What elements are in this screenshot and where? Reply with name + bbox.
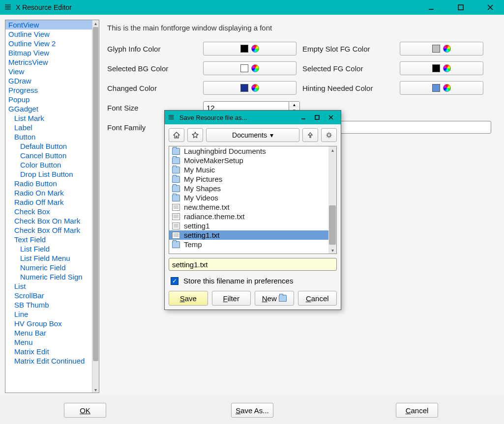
file-item[interactable]: My Pictures xyxy=(169,174,328,184)
sidebar-item[interactable]: Bitmap View xyxy=(5,48,92,57)
sidebar-item[interactable]: Line xyxy=(5,310,92,319)
sidebar-item[interactable]: ScrollBar xyxy=(5,291,92,300)
sidebar-item[interactable]: Outline View xyxy=(5,29,92,39)
sidebar-item[interactable]: Cancel Button xyxy=(5,151,92,160)
sidebar-item[interactable]: List Field xyxy=(5,244,92,254)
color-picker-button[interactable] xyxy=(400,61,483,75)
sidebar-item[interactable]: SB Thumb xyxy=(5,300,92,310)
settings-button[interactable] xyxy=(321,128,337,142)
sidebar-item[interactable]: List xyxy=(5,282,92,291)
sidebar-item[interactable]: Matrix Edit xyxy=(5,347,92,356)
filename-input[interactable] xyxy=(169,258,337,271)
sidebar-item[interactable]: Default Button xyxy=(5,141,92,151)
sidebar-item[interactable]: Radio Button xyxy=(5,179,92,188)
document-icon xyxy=(172,204,180,211)
store-preference-checkbox[interactable]: ✓ xyxy=(171,277,178,285)
folder-icon xyxy=(172,176,180,183)
file-item[interactable]: setting1.txt xyxy=(169,230,328,240)
file-list-scrollbar[interactable]: ▴ ▾ xyxy=(328,146,336,254)
sidebar-item[interactable]: Check Box Off Mark xyxy=(5,226,92,235)
home-button[interactable] xyxy=(169,128,184,142)
star-icon xyxy=(191,131,199,139)
dialog-filter-button[interactable]: Filter xyxy=(212,291,251,306)
sidebar-item[interactable]: Numeric Field xyxy=(5,263,92,272)
file-name: Laughingbird Documents xyxy=(184,147,266,155)
window-title: X Resource Editor xyxy=(16,3,421,11)
color-swatch xyxy=(432,64,440,72)
scroll-down-arrow-icon[interactable]: ▾ xyxy=(328,247,336,254)
file-item[interactable]: setting1 xyxy=(169,221,328,230)
sidebar-item[interactable]: Drop List Button xyxy=(5,170,92,179)
sidebar-item[interactable]: Popup xyxy=(5,95,92,104)
file-item[interactable]: My Music xyxy=(169,165,328,174)
dialog-new-button[interactable]: New xyxy=(255,291,294,306)
sidebar-item[interactable]: Check Box On Mark xyxy=(5,216,92,226)
sidebar-item[interactable]: HV Group Box xyxy=(5,319,92,328)
scroll-up-arrow-icon[interactable]: ▴ xyxy=(328,146,336,153)
dialog-maximize-button[interactable] xyxy=(310,111,324,124)
save-as-button[interactable]: Save As... xyxy=(231,403,273,418)
file-item[interactable]: My Videos xyxy=(169,193,328,202)
file-item[interactable]: MoiveMakerSetup xyxy=(169,156,328,165)
color-picker-button[interactable] xyxy=(203,42,296,56)
scroll-up-arrow-icon[interactable]: ▴ xyxy=(92,20,99,26)
sidebar-scrollbar[interactable]: ▴ ▾ xyxy=(92,20,99,393)
file-item[interactable]: Temp xyxy=(169,240,328,249)
sidebar-item[interactable]: List Field Menu xyxy=(5,254,92,263)
file-item[interactable]: My Shapes xyxy=(169,184,328,193)
folder-icon xyxy=(172,148,180,155)
dialog-cancel-button[interactable]: Cancel xyxy=(298,291,337,306)
close-button[interactable] xyxy=(480,0,500,15)
sidebar-item[interactable]: Menu Bar xyxy=(5,328,92,338)
dialog-minimize-button[interactable] xyxy=(296,111,310,124)
cancel-button[interactable]: Cancel xyxy=(396,403,438,418)
category-tree[interactable]: FontViewOutline ViewOutline View 2Bitmap… xyxy=(5,20,92,393)
folder-icon xyxy=(279,295,287,302)
sidebar-item[interactable]: List Mark xyxy=(5,113,92,123)
sidebar-item[interactable]: Numeric Field Sign xyxy=(5,272,92,282)
maximize-button[interactable] xyxy=(451,0,471,15)
file-item[interactable]: Laughingbird Documents xyxy=(169,146,328,156)
sidebar-item[interactable]: GGadget xyxy=(5,104,92,113)
file-item[interactable]: radiance.theme.txt xyxy=(169,212,328,221)
color-picker-button[interactable] xyxy=(203,81,296,95)
save-file-dialog: Save Resource file as... Documents ▾ Lau… xyxy=(164,110,341,310)
color-picker-button[interactable] xyxy=(400,81,483,95)
file-name: setting1 xyxy=(184,222,210,230)
sidebar-item[interactable]: GDraw xyxy=(5,76,92,85)
file-name: setting1.txt xyxy=(184,231,220,239)
sidebar-item[interactable]: View xyxy=(5,67,92,76)
sidebar-item[interactable]: Label xyxy=(5,123,92,132)
sidebar-item[interactable]: Text Field xyxy=(5,235,92,244)
file-item[interactable]: new.theme.txt xyxy=(169,202,328,212)
sidebar-item[interactable]: Check Box xyxy=(5,207,92,216)
sidebar-item[interactable]: Progress xyxy=(5,85,92,95)
location-dropdown[interactable]: Documents ▾ xyxy=(206,128,299,142)
ok-button[interactable]: OK xyxy=(64,403,106,418)
minimize-button[interactable] xyxy=(421,0,441,15)
property-label: Selected BG Color xyxy=(107,64,203,73)
dialog-save-button[interactable]: Save xyxy=(169,291,208,306)
sidebar-item[interactable]: Menu xyxy=(5,338,92,347)
parent-dir-button[interactable] xyxy=(302,128,318,142)
spinner-up-icon[interactable]: ▲ xyxy=(289,102,299,108)
color-wheel-icon xyxy=(443,64,451,72)
sidebar-item[interactable]: Radio On Mark xyxy=(5,188,92,198)
scroll-down-arrow-icon[interactable]: ▾ xyxy=(92,387,99,393)
sidebar-item[interactable]: Button xyxy=(5,132,92,141)
bookmark-button[interactable] xyxy=(187,128,203,142)
sidebar-item[interactable]: Color Button xyxy=(5,160,92,170)
svg-point-9 xyxy=(327,134,330,137)
sidebar-item[interactable]: Radio Off Mark xyxy=(5,198,92,207)
sidebar-item[interactable]: FontView xyxy=(5,20,92,29)
scrollbar-thumb[interactable] xyxy=(329,205,336,245)
file-list[interactable]: Laughingbird DocumentsMoiveMakerSetupMy … xyxy=(169,146,328,254)
color-picker-button[interactable] xyxy=(400,42,483,56)
sidebar-item[interactable]: Outline View 2 xyxy=(5,39,92,48)
sidebar-item[interactable]: Matrix Edit Continued xyxy=(5,356,92,366)
dialog-close-button[interactable] xyxy=(324,111,338,124)
sidebar-item[interactable]: MetricsView xyxy=(5,57,92,67)
scrollbar-thumb[interactable] xyxy=(93,27,98,361)
property-label: Selected FG Color xyxy=(296,64,400,73)
color-picker-button[interactable] xyxy=(203,61,296,75)
